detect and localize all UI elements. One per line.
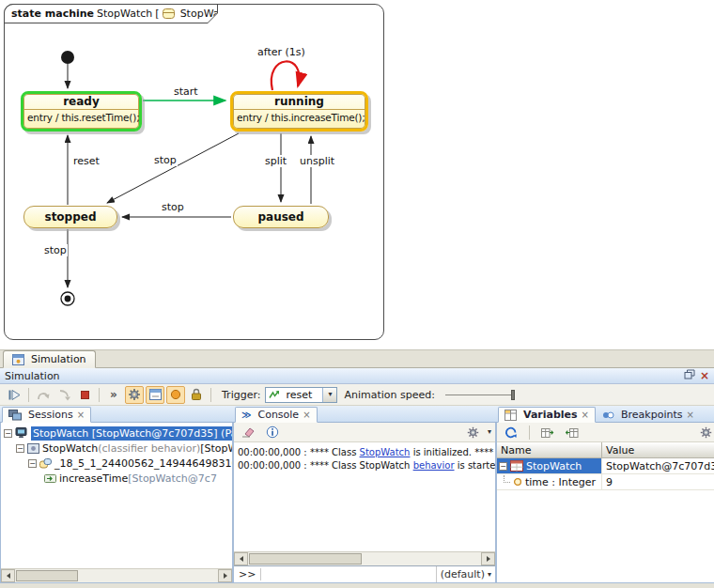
- behavior-row-ref: [StopW: [200, 442, 232, 455]
- console-mode-select[interactable]: (default) ▾: [436, 566, 495, 582]
- tab-breakpoints[interactable]: Breakpoints ×: [597, 407, 700, 423]
- state-running[interactable]: running entry / this.increaseTime();: [230, 91, 368, 132]
- clear-console-button[interactable]: [239, 424, 257, 441]
- triangle-left-icon: [240, 556, 243, 562]
- run-button[interactable]: [5, 386, 23, 404]
- close-icon[interactable]: ×: [582, 410, 589, 419]
- trigger-dropdown-button[interactable]: ▾: [322, 388, 336, 402]
- increasetime-row-name: increaseTime: [59, 472, 128, 485]
- triangle-right-icon: [487, 556, 490, 562]
- sessions-icon: [8, 410, 22, 421]
- trigger-select[interactable]: reset ▾: [265, 387, 337, 403]
- chevron-down-icon: ▾: [328, 391, 332, 398]
- initial-state[interactable]: [61, 51, 74, 64]
- scroll-thumb[interactable]: [16, 570, 78, 581]
- tab-simulation[interactable]: Simulation: [3, 350, 96, 368]
- variable-value: StopWatch@7c707d35: [602, 458, 714, 473]
- console-icon: ≫: [241, 410, 251, 420]
- variables-toolbar: ▾: [497, 423, 714, 442]
- collapse-icon[interactable]: −: [28, 459, 37, 468]
- console-hscrollbar[interactable]: [234, 551, 495, 565]
- console-link-stopwatch[interactable]: StopWatch: [360, 447, 411, 457]
- close-icon[interactable]: ×: [303, 410, 310, 419]
- column-value[interactable]: Value: [602, 442, 714, 457]
- label-stop-running: stop: [153, 154, 178, 166]
- step-into-button[interactable]: [54, 386, 73, 404]
- session-icon: [15, 427, 28, 439]
- chevron-down-icon: ▾: [488, 571, 491, 579]
- animation-speed-slider[interactable]: [445, 387, 517, 403]
- lock-button[interactable]: [187, 386, 206, 404]
- breakpoints-tab-label: Breakpoints: [621, 409, 683, 421]
- console-options-gear-icon[interactable]: [464, 424, 483, 441]
- sessions-hscrollbar[interactable]: [1, 568, 232, 582]
- chevron-down-icon[interactable]: ▾: [488, 428, 491, 436]
- variable-row-time[interactable]: time : Integer 9: [497, 474, 714, 490]
- float-window-icon[interactable]: [684, 369, 695, 382]
- animation-speed-label: Animation speed:: [344, 389, 435, 401]
- pane-area: Sessions × − StopWatch [StopWatch@7c707d…: [0, 406, 714, 583]
- scroll-right-button[interactable]: [218, 569, 232, 582]
- attribute-icon: [513, 477, 522, 487]
- tab-sessions[interactable]: Sessions ×: [2, 407, 91, 423]
- toolbar-overflow-chevron[interactable]: »: [104, 386, 123, 404]
- console-toolbar: ▾: [234, 423, 495, 442]
- triangle-right-icon: [224, 573, 227, 579]
- simulation-tab-label: Simulation: [31, 353, 86, 365]
- simulation-tab-icon: [12, 354, 24, 365]
- console-input[interactable]: [261, 567, 435, 582]
- state-paused[interactable]: paused: [233, 206, 329, 228]
- variable-value: 9: [602, 474, 714, 489]
- active-state-toggle-button[interactable]: [166, 386, 185, 404]
- scroll-left-button[interactable]: [234, 552, 248, 565]
- session-row-stopwatch[interactable]: − StopWatch [StopWatch@7c707d35] (Pause: [1, 426, 232, 441]
- collapse-icon[interactable]: −: [16, 444, 24, 453]
- close-icon[interactable]: ×: [77, 410, 85, 419]
- state-ready-entry: entry / this.resetTime();: [23, 110, 139, 123]
- console-link-behavior[interactable]: behavior: [413, 460, 455, 471]
- variables-options-gear-icon[interactable]: [696, 424, 714, 441]
- scroll-thumb[interactable]: [249, 553, 362, 565]
- stop-square-icon: [81, 391, 89, 399]
- slider-thumb[interactable]: [511, 390, 515, 400]
- scroll-right-button[interactable]: [481, 552, 495, 565]
- session-row-activity[interactable]: − _18_5_1_24400562_1494464983105: [1, 456, 232, 471]
- label-start: start: [173, 85, 199, 98]
- refresh-button[interactable]: [502, 424, 520, 441]
- collapse-icon[interactable]: −: [4, 429, 12, 438]
- collapse-icon[interactable]: −: [499, 462, 507, 471]
- simulation-panel: Simulation Simulation × » Trigger:: [0, 349, 714, 588]
- transition-after-self-loop[interactable]: [272, 61, 300, 90]
- simulation-options-button[interactable]: [125, 386, 144, 404]
- scroll-left-button[interactable]: [1, 569, 15, 582]
- label-unsplit: unsplit: [299, 155, 335, 167]
- trigger-value: reset: [286, 389, 318, 401]
- state-ready[interactable]: ready entry / this.resetTime();: [21, 91, 142, 132]
- trigger-label: Trigger:: [222, 389, 260, 401]
- variable-row-stopwatch[interactable]: − StopWatch StopWatch@7c707d35: [497, 458, 714, 474]
- session-row-behavior[interactable]: − StopWatch(classifier behavior) [StopW: [1, 441, 232, 456]
- session-row-increasetime[interactable]: increaseTime [StopWatch@7c7: [1, 471, 232, 486]
- session-row-label: StopWatch [StopWatch@7c707d35] (Pause: [31, 426, 232, 441]
- column-name[interactable]: Name: [497, 442, 602, 457]
- variable-name: time : Integer: [525, 476, 596, 488]
- step-over-button[interactable]: [34, 386, 53, 404]
- animate-toggle-button[interactable]: [146, 386, 164, 404]
- label-after: after (1s): [256, 46, 306, 58]
- info-button[interactable]: [263, 424, 282, 441]
- state-stopped[interactable]: stopped: [23, 206, 117, 228]
- transition-stop-from-running[interactable]: [107, 133, 239, 203]
- variable-name: StopWatch: [526, 460, 582, 472]
- label-stop-final: stop: [43, 244, 68, 256]
- close-icon[interactable]: ×: [700, 371, 709, 380]
- console-text: is initialized. ****: [410, 447, 493, 457]
- simulation-toolbar: » Trigger: reset ▾ Animation speed:: [0, 384, 714, 406]
- terminate-button[interactable]: [75, 386, 94, 404]
- export-table-button[interactable]: [538, 424, 557, 441]
- tab-variables[interactable]: Variables ×: [498, 407, 596, 423]
- console-prompt: >>: [234, 568, 261, 580]
- sessions-tree: − StopWatch [StopWatch@7c707d35] (Pause …: [1, 423, 232, 568]
- import-table-button[interactable]: [563, 424, 582, 441]
- close-icon[interactable]: ×: [687, 410, 694, 419]
- tab-console[interactable]: ≫ Console ×: [235, 407, 318, 423]
